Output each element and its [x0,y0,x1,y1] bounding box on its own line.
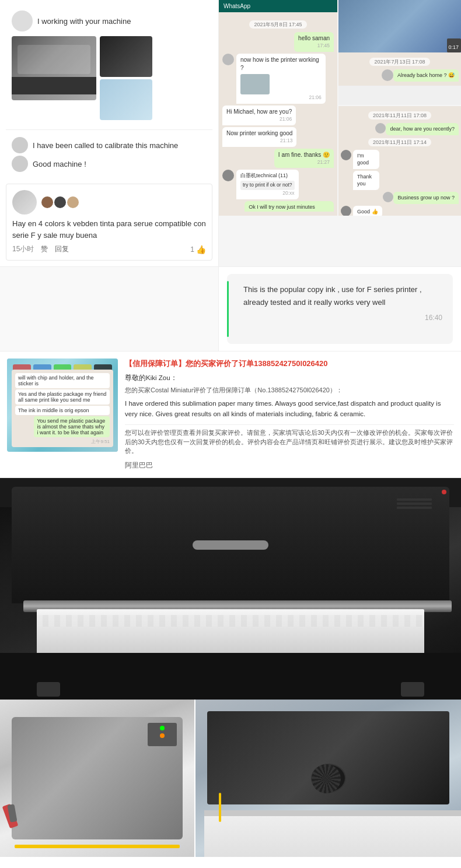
bubble-back-home: Already back home ? 😅 [393,69,459,82]
ink-time: 16:40 [243,314,442,322]
large-printer-image [0,478,461,700]
order-title: 【信用保障订单】您的买家评价了订单13885242750l026420 [125,359,454,369]
msg-fine: I am fine. thanks 🙂 21:27 [222,149,334,168]
machine-image-1 [12,36,96,100]
bubble-fine: I am fine. thanks 🙂 21:27 [274,149,334,168]
chat-right-bottom: 2021年11月11日 17:08 dear, how are you rece… [338,106,461,216]
avatar-right [382,69,393,81]
popular-ink-right: This is the popular copy ink , use for F… [219,267,461,351]
date-badge-4: 2021年11月11日 17:14 [341,139,459,146]
machine-chat-image: 0:17 [338,0,461,52]
msg-im-good: I'm good Thank you [341,150,459,190]
order-policy: 您可以在评价管理页查看并回复买家评价。请留意，买家填写该论后30天内仅有一次修改… [125,424,454,456]
review-time: 15小时 [12,244,34,254]
date-badge-1: 2021年5月8日 17:45 [222,19,334,29]
popular-ink-section: This is the popular copy ink , use for F… [0,267,461,352]
chat-avatar [222,54,234,65]
speaker [311,764,346,793]
machine-image-3 [100,79,152,120]
order-footer: 阿里巴巴 [125,461,454,470]
msg-back-home: Already back home ? 😅 [341,69,459,82]
overlay-msg-4: You send me plastic package is almost th… [34,416,110,437]
msg-michael: Hi Michael, how are you? 21:06 [222,106,334,125]
bottom-right-image [195,700,461,857]
bubble-good-thumb: Good 👍 [353,206,382,216]
popular-ink-left [0,267,219,351]
msg-try: Ok I will try now just minutes please [222,201,334,212]
reviews-section: I working with your machine I hav [0,0,461,267]
social-reviews: I working with your machine I hav [0,0,219,266]
chat-title: WhatsApp [223,3,250,9]
printer-handle [193,540,268,550]
chat-header: WhatsApp [219,0,337,12]
bubble-dear: dear, how are you recently? [386,123,459,135]
order-image: will with chip and holder, and the stick… [7,359,118,452]
printer-indicator [442,490,446,494]
printer-side [12,717,183,839]
overlay-time: 上午9:51 [15,438,110,445]
reply-button[interactable]: 回复 [55,244,69,254]
msg-printer-good: Now printer working good 21:13 [222,127,334,147]
chat-split: WhatsApp 2021年5月8日 17:45 hello saman 17:… [219,0,461,216]
bubble-try: Ok I will try now just minutes please [245,201,334,212]
yellow-cable [219,793,221,822]
bottom-images [0,700,461,857]
calibrate-text: I have been called to calibrate this mac… [33,141,178,150]
yellow-bar [15,845,180,848]
thumbs-up-icon: 👍 [196,245,206,254]
order-greeting: 尊敬的Kiki Zou： [125,372,454,383]
chat-overlay: will with chip and holder, and the stick… [12,370,113,447]
chat-screenshots: WhatsApp 2021年5月8日 17:45 hello saman 17:… [219,0,461,266]
machine-images [12,36,207,120]
printer-stand [0,653,461,700]
printer-paper [37,609,424,656]
order-line1: 您的买家Costal Miniatur评价了信用保障订单（No.13885242… [125,385,454,396]
control-panel [148,723,177,746]
bubble-im-good: I'm good [353,150,379,169]
good-machine-text: Good machine ! [33,160,86,168]
bubble-greeting: hello saman 17:45 [294,32,334,52]
stack-avatar-1 [41,196,53,208]
chat-right-top: 0:17 2021年7月13日 17:08 Already back home … [338,0,461,105]
machine-image-2 [100,36,152,77]
bubble-chinese: 白墨机technical (11) try to print if ok or … [236,170,299,199]
working-review: I working with your machine [6,6,212,129]
msg-printer-working: now how is the printer working ? 21:06 [222,54,334,104]
order-review-section: will with chip and holder, and the stick… [0,352,461,478]
working-label: I working with your machine [37,17,131,26]
chat-left: WhatsApp 2021年5月8日 17:45 hello saman 17:… [219,0,337,216]
overlay-msg-2: Yes and the plastic package my friend al… [15,389,110,405]
msg-good-thumb: Good 👍 [341,206,459,216]
spanish-review-text: Hay en 4 colors k vebden tinta para seru… [12,218,206,241]
ink-text: This is the popular copy ink , use for F… [238,283,442,322]
order-review-text: I have ordered this sublimation paper ma… [125,398,454,420]
popular-ink-text: This is the popular copy ink , use for F… [243,283,442,309]
green-bar [227,281,229,337]
bubble-printer-good: Now printer working good 21:13 [222,127,296,147]
order-body: 尊敬的Kiki Zou： 您的买家Costal Miniatur评价了信用保障订… [125,372,454,420]
date-badge-3: 2021年11月11日 17:08 [341,112,459,120]
overlay-msg-1: will with chip and holder, and the stick… [15,373,110,388]
like-count: 1 👍 [190,245,206,254]
like-button[interactable]: 赞 [41,244,48,254]
avatar-dear [375,123,386,133]
overlay-msg-3: The ink in middle is orig epson [15,406,110,415]
avatar-good-machine [12,156,28,172]
avatar-biz [383,192,393,202]
bubble-business: Business grow up now ? [393,192,459,204]
avatar-good [341,150,351,160]
spanish-review: Hay en 4 colors k vebden tinta para seru… [6,184,212,261]
printer-main-body [12,487,449,603]
avatar-good-2 [341,206,351,216]
avatar-stack [41,196,79,208]
paper-roll-bottom [204,810,461,857]
calibrate-review: I have been called to calibrate this mac… [6,129,212,179]
chat-body: 2021年5月8日 17:45 hello saman 17:45 [219,12,337,212]
spanish-review-meta: 15小时 赞 回复 1 👍 [12,244,206,254]
chat-right: 0:17 2021年7月13日 17:08 Already back home … [338,0,461,216]
stack-avatar-2 [54,196,66,208]
vents [397,498,432,509]
bubble-printer-working: now how is the printer working ? 21:06 [236,54,326,104]
avatar-calibrate [12,137,28,153]
wheel-left [37,682,60,697]
